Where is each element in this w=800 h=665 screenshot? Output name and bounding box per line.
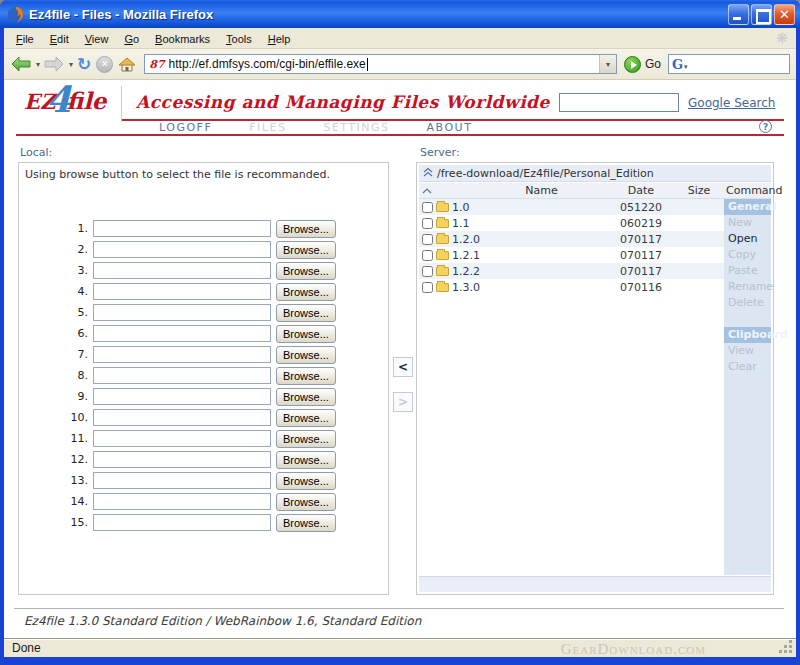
column-header-date[interactable]: Date <box>608 184 674 197</box>
collapse-icon[interactable] <box>419 167 437 180</box>
browse-button[interactable]: Browse... <box>276 304 336 322</box>
text-cursor <box>367 58 368 71</box>
transfer-to-local-button[interactable]: < <box>393 357 413 377</box>
column-header-size[interactable]: Size <box>674 184 724 197</box>
command-item[interactable]: New <box>724 215 771 231</box>
url-input[interactable]: 87 http://ef.dmfsys.com/cgi-bin/effile.e… <box>144 54 617 74</box>
search-engine-caret[interactable]: ▾ <box>684 63 688 71</box>
file-path-input[interactable] <box>93 430 271 447</box>
menu-item[interactable]: Tools <box>218 30 260 48</box>
file-path-input[interactable] <box>93 220 271 237</box>
forward-history-caret[interactable]: ▾ <box>69 60 73 69</box>
go-button-label[interactable]: Go <box>645 57 661 71</box>
back-history-caret[interactable]: ▾ <box>36 60 40 69</box>
nav-item[interactable]: ABOUT <box>427 121 473 134</box>
titlebar-drag-handle[interactable]: Ez4file - Files - Mozilla Firefox ✕ <box>0 0 800 28</box>
go-icon[interactable] <box>624 56 641 73</box>
close-button[interactable]: ✕ <box>774 4 795 25</box>
menu-bar: FileEditViewGoBookmarksToolsHelp ❋ <box>4 28 796 49</box>
folder-name[interactable]: 1.0 <box>452 201 608 214</box>
folder-name[interactable]: 1.1 <box>452 217 608 230</box>
menu-item[interactable]: Go <box>116 30 147 48</box>
browse-button[interactable]: Browse... <box>276 451 336 469</box>
browse-button[interactable]: Browse... <box>276 472 336 490</box>
file-path-input[interactable] <box>93 304 271 321</box>
reload-button[interactable]: ↻ <box>76 52 92 76</box>
file-path-input[interactable] <box>93 262 271 279</box>
command-item[interactable]: View <box>724 343 771 359</box>
help-icon[interactable]: ? <box>759 120 772 133</box>
nav-item[interactable]: FILES <box>249 121 286 134</box>
home-button[interactable] <box>117 52 137 76</box>
file-path-input[interactable] <box>93 493 271 510</box>
menu-item[interactable]: Help <box>260 30 299 48</box>
browse-button[interactable]: Browse... <box>276 493 336 511</box>
browse-button[interactable]: Browse... <box>276 241 336 259</box>
browse-button[interactable]: Browse... <box>276 325 336 343</box>
file-path-input[interactable] <box>93 451 271 468</box>
folder-name[interactable]: 1.2.2 <box>452 265 608 278</box>
nav-item[interactable]: LOGOFF <box>159 121 212 134</box>
local-files-panel: Using browse button to select the file i… <box>18 162 389 595</box>
folder-name[interactable]: 1.3.0 <box>452 281 608 294</box>
local-file-row: 11. Browse... <box>19 428 388 449</box>
row-number: 3. <box>19 264 93 277</box>
command-item[interactable]: Rename <box>724 279 771 295</box>
file-path-input[interactable] <box>93 241 271 258</box>
menu-item[interactable]: View <box>77 30 117 48</box>
sort-chevron-icon[interactable] <box>419 184 435 197</box>
nav-item[interactable]: SETTINGS <box>323 121 389 134</box>
browse-button[interactable]: Browse... <box>276 220 336 238</box>
column-header-name[interactable]: Name <box>435 184 608 197</box>
browse-button[interactable]: Browse... <box>276 346 336 364</box>
row-checkbox[interactable] <box>422 202 433 213</box>
browse-button[interactable]: Browse... <box>276 388 336 406</box>
menu-item[interactable]: File <box>8 30 42 48</box>
reload-icon: ↻ <box>77 56 91 73</box>
site-search-input[interactable] <box>559 93 679 112</box>
file-path-input[interactable] <box>93 514 271 531</box>
folder-name[interactable]: 1.2.0 <box>452 233 608 246</box>
file-path-input[interactable] <box>93 325 271 342</box>
file-path-input[interactable] <box>93 346 271 363</box>
google-search-link[interactable]: Google Search <box>688 96 775 110</box>
folder-name[interactable]: 1.2.1 <box>452 249 608 262</box>
row-checkbox[interactable] <box>422 250 433 261</box>
file-path-input[interactable] <box>93 472 271 489</box>
command-item[interactable]: General <box>724 199 771 215</box>
browse-button[interactable]: Browse... <box>276 409 336 427</box>
back-button[interactable] <box>10 52 32 76</box>
resize-grip[interactable] <box>789 650 792 653</box>
file-path-input[interactable] <box>93 409 271 426</box>
menu-item[interactable]: Edit <box>42 30 77 48</box>
minimize-button[interactable] <box>728 4 749 25</box>
row-checkbox[interactable] <box>422 282 433 293</box>
command-item[interactable] <box>724 311 771 327</box>
stop-button[interactable]: ✕ <box>95 52 114 76</box>
maximize-button[interactable] <box>751 4 772 25</box>
command-item[interactable]: Clear <box>724 359 771 375</box>
command-item[interactable]: Delete <box>724 295 771 311</box>
browse-button[interactable]: Browse... <box>276 283 336 301</box>
row-checkbox[interactable] <box>422 234 433 245</box>
server-file-row: 1.3.0 070116 <box>419 279 724 295</box>
browse-button[interactable]: Browse... <box>276 262 336 280</box>
file-path-input[interactable] <box>93 367 271 384</box>
file-path-input[interactable] <box>93 388 271 405</box>
browse-button[interactable]: Browse... <box>276 514 336 532</box>
forward-button[interactable] <box>43 52 65 76</box>
menu-item[interactable]: Bookmarks <box>147 30 218 48</box>
command-item[interactable]: Copy <box>724 247 771 263</box>
google-search-input[interactable]: G ▾ <box>668 54 790 74</box>
command-item[interactable]: Paste <box>724 263 771 279</box>
command-item[interactable]: Clipboard <box>724 327 771 343</box>
browse-button[interactable]: Browse... <box>276 430 336 448</box>
row-checkbox[interactable] <box>422 266 433 277</box>
file-path-input[interactable] <box>93 283 271 300</box>
browse-button[interactable]: Browse... <box>276 367 336 385</box>
command-sidebar: GeneralNewOpenCopyPasteRenameDeleteClipb… <box>724 199 771 575</box>
url-dropdown-button[interactable]: ▾ <box>599 55 616 73</box>
transfer-to-server-button[interactable]: > <box>393 392 413 412</box>
row-checkbox[interactable] <box>422 218 433 229</box>
command-item[interactable]: Open <box>724 231 771 247</box>
